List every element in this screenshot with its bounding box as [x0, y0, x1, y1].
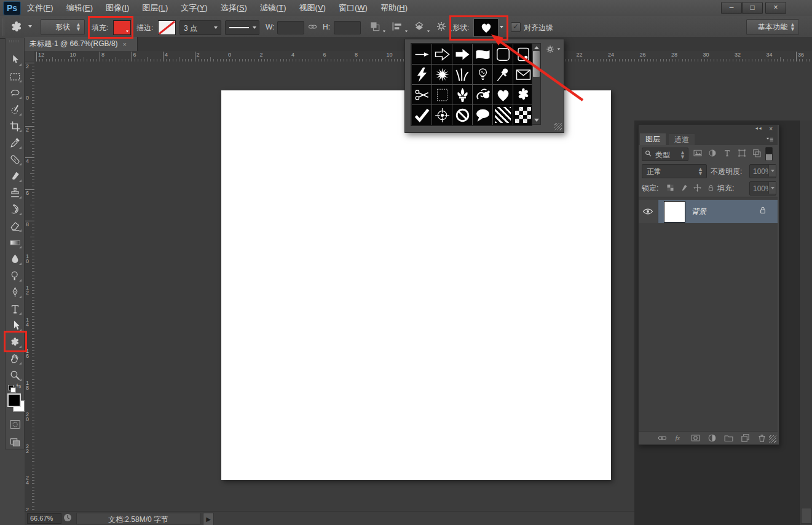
shape-diagonal-stripes[interactable]: [493, 105, 513, 125]
document-tab[interactable]: 未标题-1 @ 66.7%(RGB/8) ×: [25, 37, 138, 51]
shape-ornament[interactable]: [473, 85, 492, 105]
link-icon[interactable]: [657, 433, 668, 443]
shape-filter-icon[interactable]: [737, 148, 747, 158]
shape-pushpin[interactable]: [493, 65, 513, 84]
tab-channels[interactable]: 通道: [669, 134, 695, 145]
eraser-tool[interactable]: [8, 219, 22, 232]
custom-shape-tool[interactable]: [8, 335, 22, 349]
width-input[interactable]: [277, 21, 304, 34]
lasso-tool[interactable]: [8, 86, 22, 100]
shape-banner[interactable]: [473, 44, 492, 64]
document-tab-close-icon[interactable]: ×: [123, 41, 127, 48]
lock-all-icon[interactable]: [706, 183, 715, 192]
trash-icon[interactable]: [757, 433, 767, 443]
align-icon[interactable]: [391, 20, 406, 34]
menu-item-4[interactable]: 文字(Y): [181, 2, 207, 14]
ruler-origin-corner[interactable]: [25, 51, 35, 62]
mask-icon[interactable]: [690, 433, 701, 443]
shape-speech-bubble[interactable]: [473, 105, 492, 125]
lock-position-icon[interactable]: [693, 183, 702, 192]
shape-fleur-de-lis[interactable]: [452, 85, 472, 105]
shape-preview-swatch[interactable]: [473, 18, 499, 37]
filter-toggle-switch[interactable]: [765, 147, 773, 161]
shape-envelope[interactable]: [513, 65, 533, 84]
shape-heart[interactable]: [493, 85, 513, 105]
gradient-tool[interactable]: [8, 235, 22, 249]
panel-menu-icon[interactable]: [765, 135, 774, 144]
tool-mode-dropdown[interactable]: 形状 ▲▼: [41, 19, 85, 35]
shape-diamond-pattern[interactable]: [513, 105, 533, 125]
eye-icon[interactable]: [642, 206, 653, 217]
clone-stamp-tool[interactable]: [8, 186, 22, 199]
menu-item-2[interactable]: 图像(I): [106, 2, 129, 14]
link-wh-icon[interactable]: [307, 22, 318, 32]
fx-icon[interactable]: fx: [674, 433, 684, 443]
scrollbar-thumb[interactable]: [533, 51, 540, 77]
shape-dropdown-icon[interactable]: [500, 26, 503, 28]
menu-item-3[interactable]: 图层(L): [142, 2, 168, 14]
shape-picker-gear-icon[interactable]: [545, 44, 555, 54]
shape-scissors[interactable]: [412, 85, 432, 105]
rectangular-marquee-tool[interactable]: [8, 69, 22, 83]
stroke-color-swatch[interactable]: [158, 20, 176, 35]
eyedropper-tool[interactable]: [8, 136, 22, 149]
foreground-background-swatches[interactable]: [7, 393, 23, 413]
menu-item-0[interactable]: 文件(F): [27, 2, 53, 14]
dodge-tool[interactable]: [8, 269, 22, 282]
gear-icon[interactable]: [435, 20, 450, 34]
stroke-width-dropdown[interactable]: 3 点: [179, 20, 221, 35]
visibility-cell[interactable]: [639, 200, 658, 223]
close-panel-icon[interactable]: ×: [769, 125, 773, 132]
height-input[interactable]: [334, 21, 361, 34]
adjustment-filter-icon[interactable]: [708, 148, 717, 158]
move-tool[interactable]: [8, 53, 22, 66]
spot-healing-brush-tool[interactable]: [8, 152, 22, 166]
type-filter-icon[interactable]: [722, 148, 732, 158]
zoom-tool[interactable]: [8, 368, 22, 382]
shape-no-symbol[interactable]: [452, 105, 472, 125]
lock-pixels-icon[interactable]: [679, 183, 688, 192]
scroll-up-icon[interactable]: [534, 46, 539, 49]
adjustment-icon[interactable]: [707, 433, 717, 443]
blur-tool[interactable]: [8, 252, 22, 266]
menu-item-6[interactable]: 滤镜(T): [260, 2, 286, 14]
layer-name[interactable]: 背景: [692, 207, 706, 217]
shape-arrow-thin[interactable]: [412, 44, 432, 64]
history-brush-tool[interactable]: [8, 202, 22, 216]
lock-transparent-icon[interactable]: [666, 183, 675, 192]
shape-lightning[interactable]: [412, 65, 432, 84]
window-minimize-button[interactable]: –: [721, 2, 742, 14]
pen-tool[interactable]: [8, 285, 22, 299]
canvas[interactable]: [221, 90, 611, 480]
window-maximize-button[interactable]: □: [742, 2, 763, 14]
scroll-down-icon[interactable]: [534, 119, 539, 122]
folder-icon[interactable]: [723, 433, 734, 443]
opacity-value-dropdown[interactable]: 100%: [749, 164, 776, 178]
smart-object-filter-icon[interactable]: [752, 148, 762, 158]
zoom-level-field[interactable]: 66.67%: [27, 513, 61, 524]
popup-resize-grip[interactable]: [554, 123, 562, 130]
tool-preset-dropdown-icon[interactable]: [28, 25, 32, 28]
path-operations-icon[interactable]: [369, 20, 384, 34]
shape-rounded-frame[interactable]: [493, 44, 513, 64]
quick-mask-mode-button[interactable]: [8, 417, 22, 431]
default-swap-colors-widget[interactable]: ⇆: [7, 382, 23, 392]
type-tool[interactable]: [8, 302, 22, 315]
quick-selection-tool[interactable]: [8, 103, 22, 116]
shape-checkmark[interactable]: [412, 105, 432, 125]
hand-tool[interactable]: [8, 352, 22, 365]
menu-item-8[interactable]: 窗口(W): [339, 2, 368, 14]
layer-thumbnail[interactable]: [664, 201, 685, 223]
stroke-type-dropdown[interactable]: [225, 20, 259, 35]
align-edges-checkbox[interactable]: ✓: [511, 22, 521, 32]
tool-preset-icon[interactable]: [9, 20, 25, 34]
fill-value-dropdown[interactable]: 100%: [749, 181, 776, 195]
shape-picker-scrollbar[interactable]: [532, 43, 541, 125]
layer-row-background[interactable]: 背景: [639, 200, 778, 223]
shape-starburst[interactable]: [432, 65, 452, 84]
workspace-switcher[interactable]: 基本功能 ▲▼: [746, 19, 799, 35]
path-selection-tool[interactable]: [8, 318, 22, 332]
screen-mode-button[interactable]: [8, 435, 22, 448]
collapse-panel-icon[interactable]: ◄◄: [754, 126, 762, 130]
menu-item-1[interactable]: 编辑(E): [66, 2, 93, 14]
